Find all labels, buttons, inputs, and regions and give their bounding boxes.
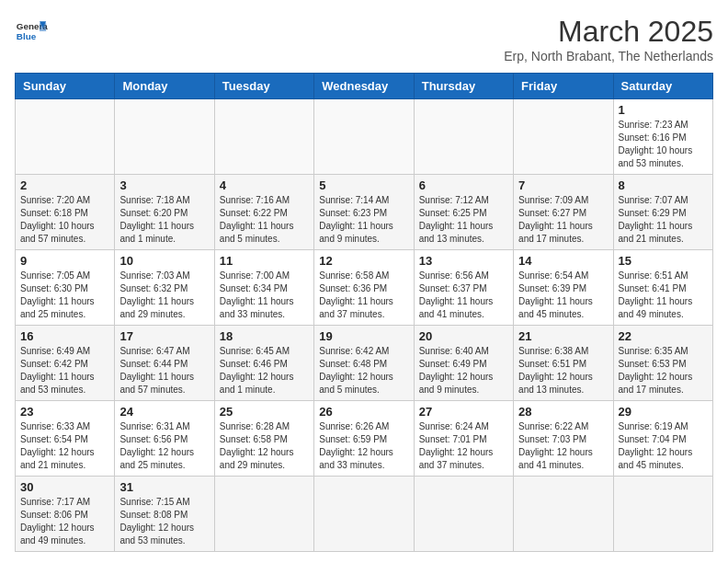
calendar-day-cell: 9Sunrise: 7:05 AMSunset: 6:30 PMDaylight… [16,250,115,326]
day-info: Sunrise: 6:31 AMSunset: 6:56 PMDaylight:… [119,420,209,472]
calendar-header-row: SundayMondayTuesdayWednesdayThursdayFrid… [16,74,713,99]
calendar-day-cell: 20Sunrise: 6:40 AMSunset: 6:49 PMDayligh… [414,326,513,401]
logo-icon: General Blue [15,15,48,48]
day-info: Sunrise: 7:15 AMSunset: 8:08 PMDaylight:… [119,496,209,547]
calendar-day-cell: 17Sunrise: 6:47 AMSunset: 6:44 PMDayligh… [115,326,214,401]
day-number: 6 [419,178,508,192]
calendar-day-cell: 15Sunrise: 6:51 AMSunset: 6:41 PMDayligh… [613,250,712,326]
day-info: Sunrise: 6:47 AMSunset: 6:44 PMDaylight:… [119,345,209,396]
calendar-day-cell: 25Sunrise: 6:28 AMSunset: 6:58 PMDayligh… [214,401,313,477]
calendar-week-row: 16Sunrise: 6:49 AMSunset: 6:42 PMDayligh… [16,326,713,401]
day-info: Sunrise: 7:16 AMSunset: 6:22 PMDaylight:… [220,194,309,246]
day-info: Sunrise: 7:20 AMSunset: 6:18 PMDaylight:… [20,194,109,246]
day-number: 24 [119,405,209,419]
calendar-day-cell: 23Sunrise: 6:33 AMSunset: 6:54 PMDayligh… [16,401,115,477]
month-title: March 2025 [504,15,713,49]
calendar-day-cell [16,99,115,175]
calendar-day-cell: 10Sunrise: 7:03 AMSunset: 6:32 PMDayligh… [115,250,214,326]
day-number: 13 [419,254,508,268]
day-info: Sunrise: 6:19 AMSunset: 7:04 PMDaylight:… [619,420,708,472]
day-number: 22 [619,329,708,343]
day-number: 16 [20,329,109,343]
day-number: 2 [20,178,109,192]
calendar-header-friday: Friday [514,74,613,99]
day-info: Sunrise: 6:45 AMSunset: 6:46 PMDaylight:… [220,345,309,396]
logo: General Blue [15,15,48,48]
calendar-week-row: 2Sunrise: 7:20 AMSunset: 6:18 PMDaylight… [16,175,713,250]
calendar-day-cell [414,99,513,175]
calendar-day-cell: 3Sunrise: 7:18 AMSunset: 6:20 PMDaylight… [115,175,214,250]
day-number: 31 [119,480,209,494]
calendar-day-cell [414,477,513,552]
day-info: Sunrise: 6:51 AMSunset: 6:41 PMDaylight:… [619,270,708,321]
day-info: Sunrise: 6:58 AMSunset: 6:36 PMDaylight:… [319,270,408,321]
svg-marker-3 [40,23,46,31]
calendar-day-cell: 16Sunrise: 6:49 AMSunset: 6:42 PMDayligh… [16,326,115,401]
day-info: Sunrise: 6:26 AMSunset: 6:59 PMDaylight:… [319,420,408,472]
page-header: General Blue March 2025 Erp, North Braba… [15,15,713,63]
day-info: Sunrise: 6:28 AMSunset: 6:58 PMDaylight:… [220,420,309,472]
day-number: 1 [619,103,708,117]
day-info: Sunrise: 7:17 AMSunset: 8:06 PMDaylight:… [20,496,109,547]
calendar-day-cell: 28Sunrise: 6:22 AMSunset: 7:03 PMDayligh… [514,401,613,477]
day-info: Sunrise: 6:22 AMSunset: 7:03 PMDaylight:… [518,420,608,472]
calendar-header-saturday: Saturday [613,74,712,99]
calendar-day-cell [214,477,313,552]
day-number: 7 [518,178,608,192]
day-number: 27 [419,405,508,419]
calendar-day-cell [314,477,414,552]
calendar-day-cell: 4Sunrise: 7:16 AMSunset: 6:22 PMDaylight… [214,175,313,250]
calendar-day-cell: 29Sunrise: 6:19 AMSunset: 7:04 PMDayligh… [613,401,712,477]
calendar-header-thursday: Thursday [414,74,513,99]
calendar-header-monday: Monday [115,74,214,99]
calendar-header-wednesday: Wednesday [314,74,414,99]
calendar-day-cell: 8Sunrise: 7:07 AMSunset: 6:29 PMDaylight… [613,175,712,250]
day-number: 25 [220,405,309,419]
calendar-week-row: 1Sunrise: 7:23 AMSunset: 6:16 PMDaylight… [16,99,713,175]
calendar-day-cell [214,99,313,175]
calendar-day-cell: 7Sunrise: 7:09 AMSunset: 6:27 PMDaylight… [514,175,613,250]
day-info: Sunrise: 6:33 AMSunset: 6:54 PMDaylight:… [20,420,109,472]
calendar-day-cell [514,99,613,175]
calendar-day-cell [613,477,712,552]
calendar-day-cell [514,477,613,552]
calendar-day-cell: 12Sunrise: 6:58 AMSunset: 6:36 PMDayligh… [314,250,414,326]
calendar-day-cell: 6Sunrise: 7:12 AMSunset: 6:25 PMDaylight… [414,175,513,250]
day-number: 30 [20,480,109,494]
calendar-day-cell: 13Sunrise: 6:56 AMSunset: 6:37 PMDayligh… [414,250,513,326]
calendar-day-cell: 5Sunrise: 7:14 AMSunset: 6:23 PMDaylight… [314,175,414,250]
calendar-day-cell: 30Sunrise: 7:17 AMSunset: 8:06 PMDayligh… [16,477,115,552]
day-number: 11 [220,254,309,268]
day-info: Sunrise: 6:42 AMSunset: 6:48 PMDaylight:… [319,345,408,396]
day-info: Sunrise: 6:56 AMSunset: 6:37 PMDaylight:… [419,270,508,321]
day-number: 14 [518,254,608,268]
day-info: Sunrise: 7:00 AMSunset: 6:34 PMDaylight:… [220,270,309,321]
calendar-day-cell: 24Sunrise: 6:31 AMSunset: 6:56 PMDayligh… [115,401,214,477]
calendar-day-cell: 2Sunrise: 7:20 AMSunset: 6:18 PMDaylight… [16,175,115,250]
day-info: Sunrise: 7:12 AMSunset: 6:25 PMDaylight:… [419,194,508,246]
calendar-header-sunday: Sunday [16,74,115,99]
day-info: Sunrise: 7:14 AMSunset: 6:23 PMDaylight:… [319,194,408,246]
day-number: 8 [619,178,708,192]
calendar-week-row: 23Sunrise: 6:33 AMSunset: 6:54 PMDayligh… [16,401,713,477]
calendar-day-cell [115,99,214,175]
calendar-day-cell: 18Sunrise: 6:45 AMSunset: 6:46 PMDayligh… [214,326,313,401]
day-info: Sunrise: 7:03 AMSunset: 6:32 PMDaylight:… [119,270,209,321]
calendar-header-tuesday: Tuesday [214,74,313,99]
day-info: Sunrise: 6:35 AMSunset: 6:53 PMDaylight:… [619,345,708,396]
day-info: Sunrise: 7:18 AMSunset: 6:20 PMDaylight:… [119,194,209,246]
subtitle: Erp, North Brabant, The Netherlands [504,49,713,63]
svg-text:Blue: Blue [17,31,37,41]
day-info: Sunrise: 6:40 AMSunset: 6:49 PMDaylight:… [419,345,508,396]
day-info: Sunrise: 6:24 AMSunset: 7:01 PMDaylight:… [419,420,508,472]
day-info: Sunrise: 7:23 AMSunset: 6:16 PMDaylight:… [619,119,708,170]
day-info: Sunrise: 7:05 AMSunset: 6:30 PMDaylight:… [20,270,109,321]
calendar-week-row: 9Sunrise: 7:05 AMSunset: 6:30 PMDaylight… [16,250,713,326]
day-number: 18 [220,329,309,343]
day-number: 15 [619,254,708,268]
day-number: 10 [119,254,209,268]
day-info: Sunrise: 6:54 AMSunset: 6:39 PMDaylight:… [518,270,608,321]
day-number: 29 [619,405,708,419]
day-number: 17 [119,329,209,343]
day-number: 9 [20,254,109,268]
